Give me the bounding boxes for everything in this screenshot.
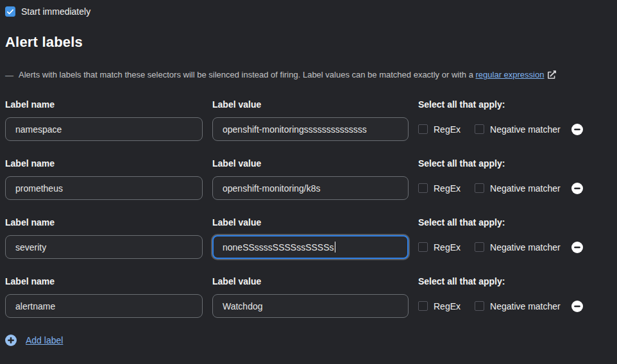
help-text: — Alerts with labels that match these se… — [5, 70, 617, 81]
label-value-text: noneSSssssSSSSssSSSSs — [223, 242, 334, 252]
minus-circle-icon — [571, 242, 583, 253]
minus-circle-icon — [571, 183, 583, 194]
negative-matcher-choice: Negative matcher — [475, 301, 561, 311]
label-name-header: Label name — [5, 217, 203, 228]
regex-checkbox[interactable] — [418, 301, 428, 311]
remove-label-button[interactable] — [571, 242, 583, 253]
matcher-choices: RegEx Negative matcher — [418, 176, 583, 200]
minus-circle-icon — [571, 301, 583, 312]
label-name-input[interactable] — [5, 294, 203, 318]
add-label-button[interactable]: Add label — [5, 335, 63, 346]
label-name-header: Label name — [5, 99, 203, 110]
text-caret — [335, 242, 335, 252]
label-matcher-row: Label name Label value Select all that a… — [5, 158, 617, 200]
negative-matcher-label[interactable]: Negative matcher — [490, 242, 561, 252]
start-immediately-label[interactable]: Start immediately — [21, 6, 90, 17]
label-value-header: Label value — [212, 276, 409, 286]
matcher-options-group: Select all that apply: RegEx Negative ma… — [418, 99, 583, 141]
regex-choice: RegEx — [418, 183, 461, 194]
silence-form-page: Start immediately Alert labels — Alerts … — [0, 0, 617, 364]
label-name-field-group: Label name — [5, 99, 203, 141]
start-immediately-checkbox[interactable] — [5, 6, 15, 17]
regex-checkbox[interactable] — [418, 183, 428, 193]
negative-matcher-label[interactable]: Negative matcher — [490, 301, 561, 311]
negative-matcher-label[interactable]: Negative matcher — [490, 124, 561, 135]
negative-matcher-label[interactable]: Negative matcher — [490, 183, 561, 194]
matcher-options-group: Select all that apply: RegEx Negative ma… — [418, 158, 583, 200]
matcher-choices: RegEx Negative matcher — [418, 294, 583, 318]
help-description: Alerts with labels that match these sele… — [19, 70, 556, 81]
select-all-header: Select all that apply: — [418, 276, 583, 286]
label-name-header: Label name — [5, 276, 203, 286]
label-matcher-row: Label name Label value noneSSssssSSSSssS… — [5, 217, 617, 259]
label-value-header: Label value — [212, 99, 409, 110]
label-name-field-group: Label name — [5, 276, 203, 318]
regex-label[interactable]: RegEx — [434, 301, 461, 311]
negative-matcher-choice: Negative matcher — [475, 242, 561, 252]
negative-matcher-choice: Negative matcher — [475, 124, 561, 135]
label-value-header: Label value — [212, 217, 409, 228]
select-all-header: Select all that apply: — [418, 99, 583, 110]
label-matcher-row: Label name Label value Select all that a… — [5, 276, 617, 318]
check-icon — [7, 9, 13, 15]
regex-checkbox[interactable] — [418, 124, 428, 134]
label-value-field-group: Label value — [212, 99, 409, 141]
label-name-field-group: Label name — [5, 158, 203, 200]
negative-matcher-checkbox[interactable] — [475, 183, 484, 193]
remove-label-button[interactable] — [571, 183, 583, 194]
label-value-field-group: Label value noneSSssssSSSSssSSSSs — [212, 217, 409, 259]
matcher-options-group: Select all that apply: RegEx Negative ma… — [418, 217, 583, 259]
label-matcher-row: Label name Label value Select all that a… — [5, 99, 617, 141]
help-dash: — — [5, 70, 13, 80]
regex-label[interactable]: RegEx — [434, 124, 461, 135]
label-value-field-group: Label value — [212, 158, 409, 200]
regex-choice: RegEx — [418, 301, 461, 311]
label-value-input[interactable] — [212, 294, 409, 318]
negative-matcher-choice: Negative matcher — [475, 183, 561, 194]
regex-label[interactable]: RegEx — [434, 183, 461, 194]
select-all-header: Select all that apply: — [418, 158, 583, 169]
add-label-link[interactable]: Add label — [26, 335, 63, 345]
label-name-field-group: Label name — [5, 217, 203, 259]
label-name-header: Label name — [5, 158, 203, 169]
matcher-choices: RegEx Negative matcher — [418, 117, 583, 141]
label-value-input[interactable] — [212, 176, 409, 200]
regex-choice: RegEx — [418, 124, 461, 135]
regex-checkbox[interactable] — [418, 242, 428, 252]
page-title: Alert labels — [5, 34, 617, 51]
matcher-options-group: Select all that apply: RegEx Negative ma… — [418, 276, 583, 318]
external-link-icon[interactable] — [548, 70, 556, 81]
minus-circle-icon — [571, 124, 583, 135]
remove-label-button[interactable] — [571, 124, 583, 135]
label-name-input[interactable] — [5, 235, 203, 259]
regex-choice: RegEx — [418, 242, 461, 252]
label-value-input-focused[interactable]: noneSSssssSSSSssSSSSs — [212, 235, 409, 259]
select-all-header: Select all that apply: — [418, 217, 583, 228]
label-name-input[interactable] — [5, 117, 203, 141]
remove-label-button[interactable] — [571, 301, 583, 312]
matcher-choices: RegEx Negative matcher — [418, 235, 583, 259]
label-value-input[interactable] — [212, 117, 409, 141]
label-value-field-group: Label value — [212, 276, 409, 318]
plus-circle-icon — [5, 335, 17, 346]
regular-expression-link[interactable]: regular expression — [476, 70, 545, 79]
negative-matcher-checkbox[interactable] — [475, 242, 484, 252]
label-value-header: Label value — [212, 158, 409, 169]
negative-matcher-checkbox[interactable] — [475, 124, 484, 134]
start-immediately-row: Start immediately — [5, 6, 617, 17]
regex-label[interactable]: RegEx — [434, 242, 461, 252]
negative-matcher-checkbox[interactable] — [475, 301, 484, 311]
label-name-input[interactable] — [5, 176, 203, 200]
